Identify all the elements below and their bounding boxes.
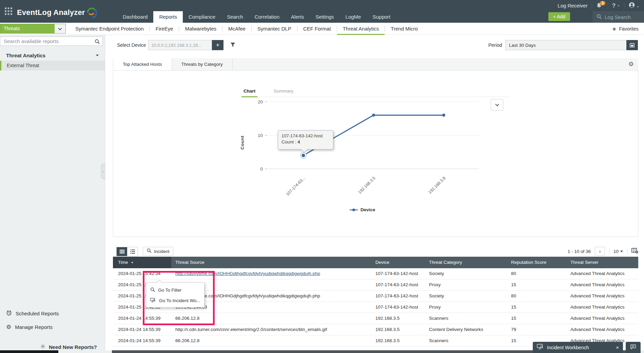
calendar-icon[interactable]: [626, 40, 638, 50]
column-chooser-icon[interactable]: [631, 248, 638, 255]
table-row[interactable]: 2024-01-24 14:55:39 66.206.12.8 192.168.…: [113, 313, 638, 324]
reports-sidebar: Threat Analytics External Threat Schedul…: [0, 35, 105, 353]
menu-item-go-to-filter[interactable]: Go To Filter: [146, 285, 204, 295]
period-label: Period: [488, 42, 502, 48]
pagination-range: 1 - 10 of 36: [568, 249, 591, 254]
incident-workbench-panel[interactable]: Incident Workbench ×: [533, 342, 623, 353]
app-logo[interactable]: EventLog Analyzer: [17, 5, 97, 20]
report-nav-bar: Threats Symantec Endpoint Protection Fir…: [0, 23, 644, 35]
nav-compliance[interactable]: Compliance: [183, 11, 221, 23]
incident-workbench-icon: [150, 298, 156, 304]
page-size-select[interactable]: 10: [613, 249, 623, 254]
select-device-label: Select Device: [117, 42, 146, 48]
scrollbar-thumb[interactable]: [0, 350, 58, 353]
chart-summary-tabs: Chart Summary: [241, 87, 509, 97]
list-view-button[interactable]: [127, 247, 138, 256]
help-menu[interactable]: ?: [612, 2, 620, 9]
table-row[interactable]: 2024-01-25 15:42:34 http://savvytime.com…: [113, 268, 638, 279]
tab-malwarebytes[interactable]: Malwarebytes: [179, 23, 222, 35]
tab-symantec-dlp[interactable]: Symantec DLP: [252, 23, 297, 35]
column-header-threat-category[interactable]: Threat Category: [425, 257, 507, 268]
divider: [624, 3, 624, 9]
tooltip-title: 107-174-63-142-host: [281, 133, 330, 138]
favorites-button[interactable]: ★ Favorites: [612, 23, 639, 35]
view-toggle-group: [116, 247, 138, 256]
tab-symantec-endpoint-protection[interactable]: Symantec Endpoint Protection: [70, 23, 150, 35]
column-header-threat-server[interactable]: Threat Server: [566, 257, 638, 268]
nav-reports[interactable]: Reports: [153, 11, 183, 23]
sidebar-item-external-threat[interactable]: External Threat: [0, 61, 105, 71]
tab-threats-by-category[interactable]: Threats by Category: [172, 58, 233, 70]
column-header-device[interactable]: Device: [371, 257, 425, 268]
nav-dashboard[interactable]: Dashboard: [117, 11, 153, 23]
filter-funnel-icon[interactable]: [230, 42, 236, 49]
manage-reports-link[interactable]: ⚙ Manage Reports: [6, 324, 53, 330]
select-device-input[interactable]: [148, 40, 212, 50]
chevron-down-icon: [96, 55, 99, 56]
sort-desc-icon: [131, 262, 133, 263]
log-receiver-link[interactable]: Log Receiver: [558, 3, 587, 8]
context-menu: Go To Filter Go To Incident Wo...: [146, 282, 204, 308]
incident-button[interactable]: Incident: [143, 247, 173, 256]
data-point[interactable]: [372, 114, 375, 117]
report-card: Top Attacked Hosts Threats by Category ⚙…: [113, 58, 638, 237]
tooltip-value: 4: [297, 139, 300, 144]
tab-summary[interactable]: Summary: [272, 87, 295, 97]
notification-count-badge: 3: [600, 1, 606, 6]
add-device-button[interactable]: +: [212, 40, 223, 50]
legend-label: Device: [360, 207, 375, 212]
top-right-tools: Log Receiver 3 ?: [558, 0, 639, 11]
nav-correlation[interactable]: Correlation: [249, 11, 285, 23]
incident-magnifier-icon: [147, 248, 152, 254]
chart-tooltip: 107-174-63-142-host Count : 4: [278, 130, 333, 150]
sidebar-collapse-handle[interactable]: ‹: [101, 163, 105, 179]
nav-alerts[interactable]: Alerts: [285, 11, 310, 23]
data-point[interactable]: [302, 154, 305, 157]
nav-logme[interactable]: LogMe: [340, 11, 367, 23]
need-new-reports-link[interactable]: Need New Reports?: [40, 344, 97, 350]
tab-cef-format[interactable]: CEF Format: [297, 23, 337, 35]
nav-support[interactable]: Support: [367, 11, 396, 23]
log-search-button[interactable]: Log Search: [592, 11, 644, 23]
search-reports-input[interactable]: [0, 37, 102, 45]
lightbulb-icon: [40, 344, 46, 350]
close-icon[interactable]: ×: [616, 345, 619, 350]
pagination-controls: 1 - 10 of 36 › 10: [568, 247, 638, 256]
search-icon[interactable]: [95, 39, 100, 45]
column-header-reputation-score[interactable]: Reputation Score: [507, 257, 566, 268]
nav-settings[interactable]: Settings: [310, 11, 339, 23]
tab-trend-micro[interactable]: Trend Micro: [385, 23, 423, 35]
report-group-label: Threats: [0, 24, 55, 33]
sidebar-section-threat-analytics[interactable]: Threat Analytics: [0, 50, 105, 60]
tab-threat-analytics[interactable]: Threat Analytics: [337, 23, 385, 35]
chevron-down-icon: [637, 6, 639, 7]
nav-search[interactable]: Search: [221, 11, 249, 23]
column-header-threat-source[interactable]: Threat Source: [171, 257, 371, 268]
y-axis-tick-label: 10: [258, 133, 263, 138]
main-nav: Dashboard Reports Compliance Search Corr…: [117, 11, 396, 23]
chart-legend[interactable]: Device: [350, 207, 375, 212]
grid-view-button[interactable]: [117, 247, 127, 256]
menu-item-go-to-incident-workbench[interactable]: Go To Incident Wo...: [146, 295, 204, 306]
report-type-tabs: Symantec Endpoint Protection FireEye Mal…: [70, 23, 424, 35]
legend-marker-icon: [350, 208, 358, 212]
report-group-select[interactable]: Threats: [0, 24, 66, 34]
apps-grid-icon[interactable]: [5, 7, 12, 16]
tab-top-attacked-hosts[interactable]: Top Attacked Hosts: [113, 58, 172, 70]
notifications-bell-icon[interactable]: 3: [596, 2, 604, 9]
feedback-chat-button[interactable]: [626, 342, 641, 353]
table-row[interactable]: 2024-01-24 14:55:39 http://i.cdn.turner.…: [113, 324, 638, 335]
next-page-button[interactable]: ›: [595, 247, 605, 256]
tab-mcafee[interactable]: McAfee: [222, 23, 251, 35]
report-settings-gear-icon[interactable]: ⚙: [628, 61, 634, 67]
column-header-time[interactable]: Time: [113, 257, 171, 268]
add-button[interactable]: + Add: [548, 12, 570, 21]
period-input[interactable]: [505, 40, 638, 50]
data-point[interactable]: [442, 114, 445, 117]
search-icon: [597, 14, 602, 20]
scheduled-reports-link[interactable]: Scheduled Reports: [6, 310, 59, 317]
user-account-menu[interactable]: [628, 2, 639, 10]
chat-bubble-icon: [630, 344, 636, 351]
tab-fireeye[interactable]: FireEye: [150, 23, 179, 35]
threat-source-link[interactable]: http://savvytime.com/IOHHGdjhgdfcgvfdyh/…: [175, 271, 320, 276]
